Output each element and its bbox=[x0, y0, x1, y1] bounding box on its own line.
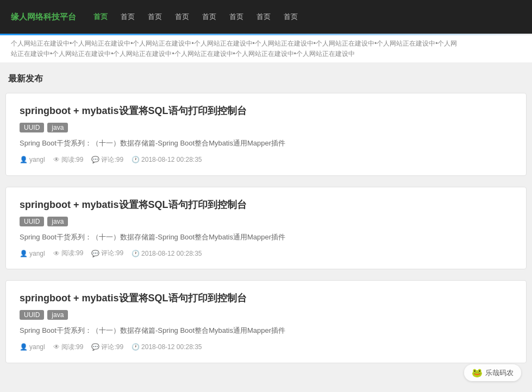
article-meta: 👤yangl👁阅读:99💬评论:99🕐2018-08-12 00:28:35 bbox=[20, 249, 512, 258]
article-card: springboot + mybatis设置将SQL语句打印到控制台UUIDja… bbox=[5, 93, 527, 176]
article-meta: 👤yangl👁阅读:99💬评论:99🕐2018-08-12 00:28:35 bbox=[20, 343, 512, 352]
author-name: yangl bbox=[29, 156, 45, 163]
article-date: 🕐2018-08-12 00:28:35 bbox=[132, 156, 202, 163]
eye-icon: 👁 bbox=[53, 343, 60, 351]
nav-link-2[interactable]: 首页 bbox=[141, 12, 168, 22]
eye-icon: 👁 bbox=[53, 250, 60, 257]
comments-count: 评论:99 bbox=[101, 249, 123, 258]
article-tags: UUIDjava bbox=[20, 123, 512, 132]
article-title[interactable]: springboot + mybatis设置将SQL语句打印到控制台 bbox=[20, 292, 512, 305]
desc-line-2: 站正在建设中•个人网站正在建设中•个人网站正在建设中•个人网站正在建设中•个人网… bbox=[11, 49, 521, 59]
clock-icon: 🕐 bbox=[132, 250, 140, 257]
nav-link-5[interactable]: 首页 bbox=[223, 12, 250, 22]
author-name: yangl bbox=[29, 343, 45, 351]
author-name: yangl bbox=[29, 250, 45, 257]
article-tag[interactable]: UUID bbox=[20, 310, 44, 320]
comment-icon: 💬 bbox=[91, 156, 99, 163]
watermark-icon: 🐸 bbox=[472, 368, 483, 378]
comment-icon: 💬 bbox=[91, 250, 99, 257]
article-comments: 💬评论:99 bbox=[91, 155, 123, 165]
article-tag[interactable]: java bbox=[47, 123, 68, 132]
desc-line-1: 个人网站正在建设中•个人网站正在建设中•个人网站正在建设中•个人网站正在建设中•… bbox=[11, 39, 521, 49]
user-icon: 👤 bbox=[20, 250, 28, 257]
date-text: 2018-08-12 00:28:35 bbox=[141, 156, 202, 163]
brand-logo[interactable]: 缘人网络科技平台 bbox=[11, 12, 76, 22]
clock-icon: 🕐 bbox=[132, 343, 140, 351]
article-views: 👁阅读:99 bbox=[53, 155, 84, 165]
comments-count: 评论:99 bbox=[101, 155, 123, 165]
nav-link-0[interactable]: 首页 bbox=[87, 12, 114, 22]
article-card: springboot + mybatis设置将SQL语句打印到控制台UUIDja… bbox=[5, 187, 527, 270]
nav-link-3[interactable]: 首页 bbox=[168, 12, 196, 22]
article-card: springboot + mybatis设置将SQL语句打印到控制台UUIDja… bbox=[5, 280, 527, 363]
article-meta: 👤yangl👁阅读:99💬评论:99🕐2018-08-12 00:28:35 bbox=[20, 155, 512, 165]
article-tags: UUIDjava bbox=[20, 310, 512, 320]
article-tags: UUIDjava bbox=[20, 217, 512, 226]
articles-list: springboot + mybatis设置将SQL语句打印到控制台UUIDja… bbox=[5, 93, 527, 363]
date-text: 2018-08-12 00:28:35 bbox=[141, 250, 202, 257]
article-tag[interactable]: java bbox=[47, 217, 68, 226]
watermark: 🐸 乐哉码农 bbox=[464, 364, 521, 381]
watermark-text: 乐哉码农 bbox=[485, 368, 514, 378]
nav-link-7[interactable]: 首页 bbox=[277, 12, 304, 22]
views-count: 阅读:99 bbox=[61, 249, 84, 258]
article-tag[interactable]: UUID bbox=[20, 123, 44, 132]
site-description: 个人网站正在建设中•个人网站正在建设中•个人网站正在建设中•个人网站正在建设中•… bbox=[0, 35, 532, 62]
clock-icon: 🕐 bbox=[132, 156, 140, 163]
article-date: 🕐2018-08-12 00:28:35 bbox=[132, 343, 202, 351]
nav-link-6[interactable]: 首页 bbox=[250, 12, 277, 22]
user-icon: 👤 bbox=[20, 156, 28, 163]
article-author: 👤yangl bbox=[20, 250, 45, 257]
top-navigation: 缘人网络科技平台 首页首页首页首页首页首页首页首页 bbox=[0, 0, 532, 34]
section-title: 最新发布 bbox=[5, 73, 527, 85]
nav-link-1[interactable]: 首页 bbox=[114, 12, 141, 22]
date-text: 2018-08-12 00:28:35 bbox=[141, 343, 202, 351]
nav-link-4[interactable]: 首页 bbox=[196, 12, 223, 22]
article-comments: 💬评论:99 bbox=[91, 343, 123, 352]
article-views: 👁阅读:99 bbox=[53, 343, 84, 352]
article-description: Spring Boot干货系列：（十一）数据存储篇-Spring Boot整合M… bbox=[20, 325, 512, 336]
article-title[interactable]: springboot + mybatis设置将SQL语句打印到控制台 bbox=[20, 198, 512, 211]
comments-count: 评论:99 bbox=[101, 343, 123, 352]
article-author: 👤yangl bbox=[20, 343, 45, 351]
article-date: 🕐2018-08-12 00:28:35 bbox=[132, 250, 202, 257]
article-title[interactable]: springboot + mybatis设置将SQL语句打印到控制台 bbox=[20, 104, 512, 117]
user-icon: 👤 bbox=[20, 343, 28, 351]
views-count: 阅读:99 bbox=[61, 155, 84, 165]
article-author: 👤yangl bbox=[20, 156, 45, 163]
article-description: Spring Boot干货系列：（十一）数据存储篇-Spring Boot整合M… bbox=[20, 138, 512, 149]
article-tag[interactable]: java bbox=[47, 310, 68, 320]
nav-links: 首页首页首页首页首页首页首页首页 bbox=[87, 12, 521, 22]
main-content: 最新发布 springboot + mybatis设置将SQL语句打印到控制台U… bbox=[0, 62, 532, 385]
comment-icon: 💬 bbox=[91, 343, 99, 351]
views-count: 阅读:99 bbox=[61, 343, 84, 352]
article-tag[interactable]: UUID bbox=[20, 217, 44, 226]
article-views: 👁阅读:99 bbox=[53, 249, 84, 258]
article-comments: 💬评论:99 bbox=[91, 249, 123, 258]
eye-icon: 👁 bbox=[53, 156, 60, 163]
article-description: Spring Boot干货系列：（十一）数据存储篇-Spring Boot整合M… bbox=[20, 232, 512, 243]
